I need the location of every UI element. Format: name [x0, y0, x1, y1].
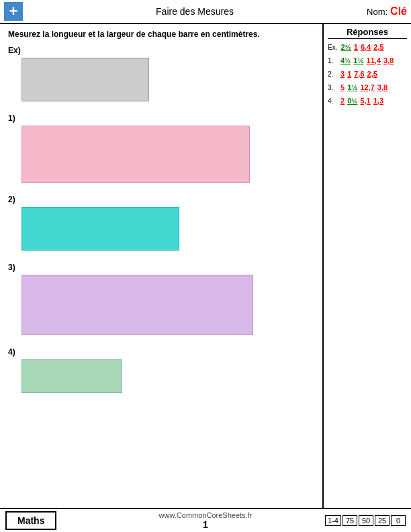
answer-val-1-1: 1½ — [353, 56, 363, 64]
answer-val-4-3: 1,3 — [373, 97, 383, 105]
header-title: Faire des Mesures — [23, 6, 367, 17]
score-box-4: 0 — [391, 515, 406, 526]
exercise-4-label: 4) — [8, 347, 314, 357]
answer-val-1-2: 11,4 — [367, 56, 381, 64]
exercise-1-label: 1) — [8, 114, 314, 123]
answer-val-3-1: 1½ — [347, 83, 357, 91]
answers-title: Réponses — [328, 27, 407, 39]
answer-row-0: Ex.2½16,42,5 — [328, 43, 407, 51]
answer-val-2-1: 1 — [347, 70, 351, 78]
answer-num-4: 4. — [328, 97, 337, 105]
logo-icon — [4, 2, 23, 21]
rectangle-2 — [21, 207, 179, 251]
score-box-1: 75 — [342, 515, 357, 526]
answer-val-2-3: 2,5 — [367, 70, 377, 78]
answer-val-0-1: 1 — [354, 43, 358, 51]
exercise-3: 3) — [8, 263, 314, 335]
answer-val-0-2: 6,4 — [361, 43, 371, 51]
answer-val-2-0: 3 — [340, 70, 345, 78]
answer-num-1: 1. — [328, 57, 337, 64]
answer-val-0-3: 2,5 — [373, 43, 383, 51]
answer-row-4: 4.20½5,11,3 — [328, 97, 407, 105]
header-nom-label: Nom: — [367, 7, 387, 17]
header-cle: Clé — [390, 5, 407, 17]
footer-maths-label: Maths — [5, 511, 56, 530]
rectangle-4 — [21, 359, 122, 393]
answer-val-2-2: 7,6 — [354, 70, 364, 78]
answers-panel: Réponses Ex.2½16,42,51.4½1½11,43,82.317,… — [324, 24, 411, 508]
rectangle-ex — [21, 58, 149, 101]
answer-row-2: 2.317,62,5 — [328, 70, 407, 78]
answer-val-4-1: 0½ — [347, 97, 357, 105]
footer-url: www.CommonCoreSheets.fr — [159, 511, 253, 519]
answer-val-1-3: 3,8 — [383, 56, 394, 64]
score-box-0: 1-4 — [325, 515, 341, 526]
rectangle-1 — [21, 126, 250, 183]
answer-row-1: 1.4½1½11,43,8 — [328, 56, 407, 64]
exercise-2: 2) — [8, 195, 314, 251]
exercise-3-label: 3) — [8, 263, 314, 272]
answer-val-3-3: 3,8 — [377, 83, 387, 91]
content-area: Mesurez la longueur et la largeur de cha… — [0, 24, 324, 508]
answer-val-1-0: 4½ — [340, 56, 351, 64]
rectangle-3 — [21, 275, 253, 335]
main-area: Mesurez la longueur et la largeur de cha… — [0, 24, 411, 508]
answer-val-0-0: 2½ — [340, 43, 351, 51]
answer-num-0: Ex. — [328, 44, 337, 51]
answers-rows: Ex.2½16,42,51.4½1½11,43,82.317,62,53.51½… — [328, 43, 407, 105]
answer-val-4-2: 5,1 — [360, 97, 370, 105]
exercise-ex: Ex) — [8, 46, 314, 101]
answer-val-3-2: 12,7 — [360, 83, 374, 91]
header: Faire des Mesures Nom: Clé — [0, 0, 411, 24]
exercise-1: 1) — [8, 114, 314, 183]
score-box-2: 50 — [359, 515, 373, 526]
footer: Maths www.CommonCoreSheets.fr 1 1-475502… — [0, 508, 411, 532]
answer-num-2: 2. — [328, 71, 337, 78]
answer-num-3: 3. — [328, 84, 337, 91]
footer-scores: 1-47550250 — [325, 515, 406, 526]
answer-val-4-0: 2 — [340, 97, 345, 105]
exercise-ex-label: Ex) — [8, 46, 314, 55]
score-box-3: 25 — [375, 515, 390, 526]
exercise-2-label: 2) — [8, 195, 314, 204]
answer-row-3: 3.51½12,73,8 — [328, 83, 407, 91]
footer-page: 1 — [159, 519, 253, 530]
instructions: Mesurez la longueur et la largeur de cha… — [8, 30, 314, 39]
exercise-4: 4) — [8, 347, 314, 393]
answer-val-3-0: 5 — [340, 83, 345, 91]
